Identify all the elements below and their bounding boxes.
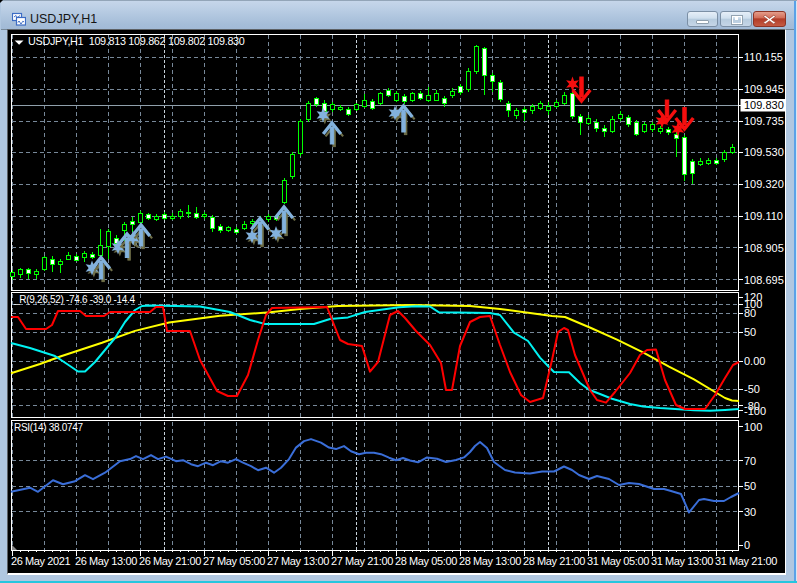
svg-text:109.110: 109.110: [744, 210, 783, 222]
svg-text:28 May 21:00: 28 May 21:00: [523, 555, 585, 567]
svg-text:109.945: 109.945: [744, 83, 784, 95]
svg-text:27 May 21:00: 27 May 21:00: [331, 555, 393, 567]
svg-text:109.830: 109.830: [744, 99, 784, 111]
svg-text:28 May 13:00: 28 May 13:00: [459, 555, 521, 567]
svg-text:30: 30: [744, 506, 756, 518]
svg-text:80: 80: [744, 307, 756, 319]
svg-text:26 May 2021: 26 May 2021: [11, 555, 70, 567]
svg-text:109.735: 109.735: [744, 115, 784, 127]
svg-text:109.530: 109.530: [744, 146, 784, 158]
svg-text:31 May 05:00: 31 May 05:00: [587, 555, 649, 567]
svg-text:70: 70: [744, 455, 756, 467]
svg-text:26 May 21:00: 26 May 21:00: [139, 555, 201, 567]
svg-text:50: 50: [744, 326, 756, 338]
svg-text:108.905: 108.905: [744, 242, 784, 254]
svg-text:-100: -100: [744, 405, 766, 417]
svg-text:26 May 13:00: 26 May 13:00: [75, 555, 137, 567]
svg-text:-50: -50: [744, 383, 760, 395]
svg-text:27 May 05:00: 27 May 05:00: [203, 555, 265, 567]
svg-text:0: 0: [744, 539, 750, 551]
svg-text:28 May 05:00: 28 May 05:00: [395, 555, 457, 567]
svg-text:110.155: 110.155: [744, 51, 783, 63]
svg-text:31 May 21:00: 31 May 21:00: [715, 555, 777, 567]
svg-text:RSI(14) 38.0747: RSI(14) 38.0747: [14, 422, 84, 433]
svg-text:27 May 13:00: 27 May 13:00: [267, 555, 329, 567]
svg-text:USDJPY,H1 109.813 109.862 109: USDJPY,H1 109.813 109.862 109.802 109.83…: [28, 35, 245, 47]
svg-text:31 May 13:00: 31 May 13:00: [651, 555, 713, 567]
svg-text:109.320: 109.320: [744, 178, 784, 190]
svg-text:50: 50: [744, 480, 756, 492]
svg-text:100: 100: [744, 421, 762, 433]
svg-text:0.00: 0.00: [744, 355, 765, 367]
svg-text:_R(9,26,52) -74.6 -39.0 -14.4: _R(9,26,52) -74.6 -39.0 -14.4: [13, 294, 136, 305]
svg-text:108.695: 108.695: [744, 274, 784, 286]
